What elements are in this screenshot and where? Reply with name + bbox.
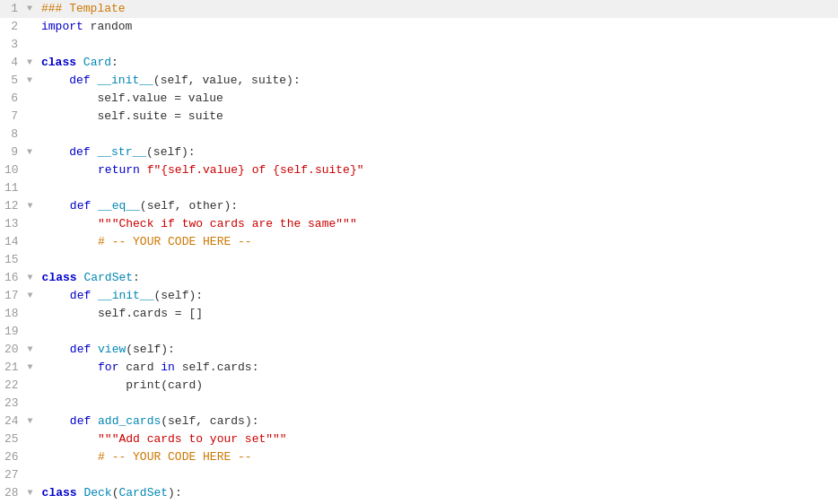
fold-gutter[interactable]: ▼ [27,72,39,87]
code-line: 3 [0,36,838,54]
token-plain [42,235,98,248]
token-plain: self.suite = suite [41,109,223,123]
token-plain [42,217,98,230]
fold-gutter [28,448,40,450]
fold-gutter [27,108,39,109]
code-content: """Check if two cards are the same""" [40,215,838,233]
fold-gutter[interactable]: ▼ [28,359,40,374]
line-number: 26 [0,448,28,466]
token-plain: random [83,20,133,33]
code-line: 27 [0,466,838,484]
code-content: for card in self.cards: [40,359,838,377]
token-kw-def: def [69,145,90,159]
code-content: def add_cards(self, cards): [40,413,838,430]
token-comment: ### Template [41,2,126,15]
code-content: class Card: [39,54,838,72]
line-number: 22 [0,377,28,395]
line-number: 16 [0,269,28,287]
token-plain [42,414,70,428]
fold-gutter[interactable]: ▼ [28,413,40,428]
line-number: 25 [0,430,28,448]
fold-gutter[interactable]: ▼ [28,287,40,302]
token-plain [42,289,70,302]
code-line: 26 # -- YOUR CODE HERE -- [0,448,838,466]
fold-gutter[interactable]: ▼ [28,341,40,356]
line-number: 27 [0,466,28,484]
fold-gutter [28,161,40,163]
line-number: 5 [0,72,27,90]
line-number: 20 [0,341,28,359]
code-line: 13 """Check if two cards are the same""" [0,215,838,233]
fold-gutter [28,395,40,396]
line-number: 18 [0,305,28,323]
fold-gutter [27,126,39,127]
token-plain: (self, other): [140,199,238,213]
line-number: 12 [0,197,28,215]
line-number: 17 [0,287,28,305]
fold-gutter[interactable]: ▼ [27,0,39,15]
token-plain: (self, value, suite): [153,74,301,87]
code-content: def view(self): [40,341,838,359]
line-number: 19 [0,323,28,341]
token-plain: self.value = value [41,91,223,105]
fold-gutter [28,251,40,253]
token-comment-code: # -- YOUR CODE HERE -- [98,450,252,464]
code-content: # -- YOUR CODE HERE -- [40,233,838,251]
token-fn-name: __eq__ [98,199,140,213]
token-plain [91,343,98,356]
code-content: self.suite = suite [39,108,838,126]
code-content: # -- YOUR CODE HERE -- [40,448,838,466]
code-line: 5▼ def __init__(self, value, suite): [0,72,838,90]
code-line: 7 self.suite = suite [0,108,838,126]
line-number: 2 [0,18,27,36]
token-str: """Check if two cards are the same""" [98,217,357,230]
code-line: 1▼### Template [0,0,838,18]
fold-gutter [27,90,39,91]
line-number: 8 [0,126,27,143]
fold-gutter[interactable]: ▼ [27,54,39,69]
line-number: 15 [0,251,28,269]
token-plain: : [133,271,140,284]
token-kw-for: in [161,361,175,374]
token-plain [91,199,98,213]
code-content: import random [39,18,838,36]
token-plain [42,163,98,177]
code-line: 11 [0,179,838,197]
code-line: 28▼class Deck(CardSet): [0,484,838,502]
line-number: 24 [0,413,28,430]
fold-gutter[interactable]: ▼ [27,143,39,159]
code-line: 20▼ def view(self): [0,341,838,359]
line-number: 13 [0,215,28,233]
token-kw-def: def [70,289,91,302]
token-class-name: CardSet [83,271,133,284]
code-line: 24▼ def add_cards(self, cards): [0,413,838,430]
fold-gutter [28,233,40,235]
token-class-name: Card [83,56,111,69]
code-line: 16▼class CardSet: [0,269,838,287]
line-number: 9 [0,143,27,161]
fold-gutter [28,179,40,181]
code-line: 2import random [0,18,838,36]
token-plain: (self, cards): [161,414,258,428]
code-content: """Add cards to your set""" [40,430,838,448]
line-number: 23 [0,395,28,413]
code-content: def __eq__(self, other): [40,197,838,215]
fold-gutter [27,36,39,38]
token-plain [42,450,98,464]
line-number: 6 [0,90,27,108]
fold-gutter[interactable]: ▼ [28,269,40,284]
code-content: print(card) [40,377,838,395]
line-number: 11 [0,179,28,197]
token-plain [91,414,98,428]
code-line: 8 [0,126,838,143]
token-plain [42,199,70,213]
token-plain: card [118,361,161,374]
code-line: 21▼ for card in self.cards: [0,359,838,377]
token-fn-name: __str__ [97,145,146,159]
fold-gutter[interactable]: ▼ [28,197,40,213]
token-kw-def: def [69,74,90,87]
fold-gutter [28,377,40,378]
fold-gutter[interactable]: ▼ [28,484,40,500]
token-plain [42,361,98,374]
code-line: 25 """Add cards to your set""" [0,430,838,448]
